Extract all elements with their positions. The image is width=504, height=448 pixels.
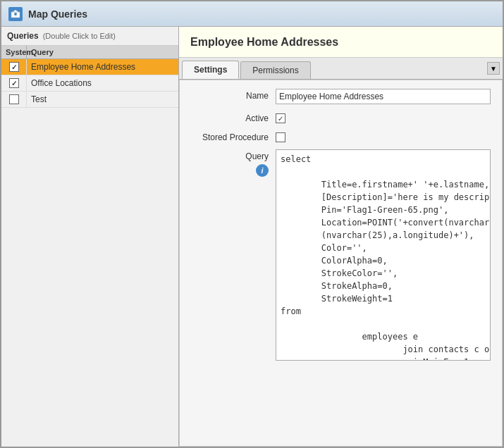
system-column-header: System <box>1 46 27 58</box>
row-checkbox-2[interactable] <box>1 75 27 91</box>
window-title: Map Queries <box>28 8 87 20</box>
active-checkbox[interactable] <box>276 113 285 123</box>
queries-label: Queries <box>7 31 39 41</box>
row-query-name-2[interactable]: Office Locations <box>27 75 178 91</box>
row-checkbox-1[interactable] <box>1 59 27 75</box>
section-title: Employee Home Addresses <box>179 27 503 58</box>
table-row[interactable]: Employee Home Addresses <box>1 59 178 75</box>
stored-procedure-row: Stored Procedure <box>191 130 491 142</box>
right-panel: Employee Home Addresses Settings Permiss… <box>179 27 503 447</box>
svg-point-2 <box>14 13 17 15</box>
left-panel: Queries (Double Click to Edit) System Qu… <box>1 27 179 447</box>
query-label: Query <box>245 149 269 161</box>
tabs-bar: Settings Permissions ▼ <box>179 58 503 80</box>
active-row: Active <box>191 111 491 123</box>
main-content: Queries (Double Click to Edit) System Qu… <box>1 27 503 447</box>
query-textarea[interactable]: select Title=e.firstname+' '+e.lastname,… <box>276 149 491 361</box>
active-label: Active <box>191 111 276 123</box>
query-label-group: Query i <box>191 149 276 177</box>
name-row: Name <box>191 89 491 104</box>
checkbox-unchecked-icon <box>9 94 19 104</box>
title-bar: Map Queries <box>1 1 503 27</box>
app-icon <box>8 7 23 21</box>
query-column-header: Query <box>27 46 178 58</box>
queries-hint: (Double Click to Edit) <box>43 32 116 40</box>
stored-procedure-checkbox[interactable] <box>276 132 285 142</box>
queries-header: Queries (Double Click to Edit) <box>1 27 178 46</box>
form-area: Name Active Stored Procedure Query <box>179 80 503 447</box>
checkbox-checked-icon <box>9 62 19 72</box>
queries-table: System Query Employee Home Addresses Off… <box>1 46 178 447</box>
svg-marker-1 <box>13 10 18 12</box>
row-query-name-3[interactable]: Test <box>27 92 178 107</box>
table-header: System Query <box>1 46 178 59</box>
row-query-name-1[interactable]: Employee Home Addresses <box>27 59 178 75</box>
name-label: Name <box>191 89 276 101</box>
table-row[interactable]: Test <box>1 92 178 108</box>
stored-procedure-label: Stored Procedure <box>191 130 276 142</box>
query-row: Query i select Title=e.firstname+' '+e.l… <box>191 149 491 361</box>
tab-permissions[interactable]: Permissions <box>240 61 310 79</box>
main-window: Map Queries Queries (Double Click to Edi… <box>0 0 504 448</box>
name-input[interactable] <box>276 89 491 104</box>
info-icon[interactable]: i <box>256 164 269 177</box>
table-row[interactable]: Office Locations <box>1 75 178 92</box>
checkbox-checked-icon <box>9 78 19 88</box>
row-checkbox-3[interactable] <box>1 92 27 107</box>
tab-settings[interactable]: Settings <box>182 61 239 79</box>
tab-dropdown-button[interactable]: ▼ <box>487 62 500 75</box>
